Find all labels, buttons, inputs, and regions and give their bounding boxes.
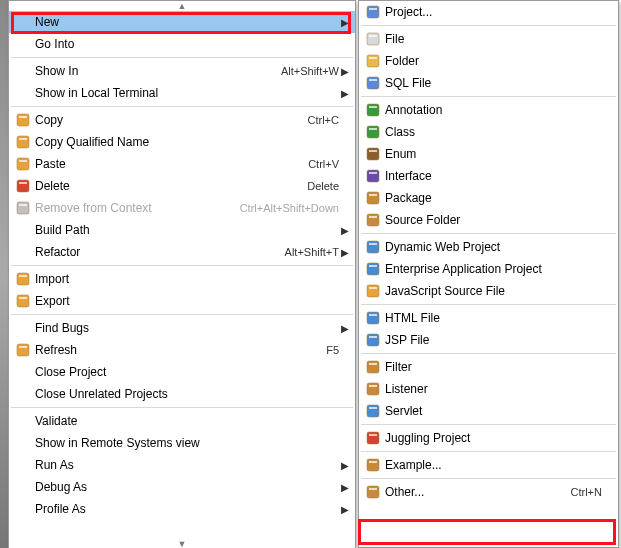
new-item-interface[interactable]: Interface	[359, 165, 618, 187]
new-item-package[interactable]: Package	[359, 187, 618, 209]
new-item-html-file[interactable]: HTML File	[359, 307, 618, 329]
context-item-build-path[interactable]: Build Path▶	[9, 219, 355, 241]
new-item-juggling-project[interactable]: Juggling Project	[359, 427, 618, 449]
svg-rect-40	[367, 285, 379, 297]
svg-rect-0	[17, 114, 29, 126]
context-item-run-as[interactable]: Run As▶	[9, 454, 355, 476]
svg-rect-11	[19, 275, 27, 277]
svg-rect-26	[367, 126, 379, 138]
menu-item-label: Folder	[385, 54, 602, 68]
svg-rect-14	[17, 344, 29, 356]
new-item-servlet[interactable]: Servlet	[359, 400, 618, 422]
menu-item-label: Run As	[35, 458, 339, 472]
context-item-close-unrelated-projects[interactable]: Close Unrelated Projects	[9, 383, 355, 405]
svg-rect-29	[369, 150, 377, 152]
menu-item-label: Refactor	[35, 245, 285, 259]
new-item-enterprise-application-project[interactable]: Enterprise Application Project	[359, 258, 618, 280]
new-item-listener[interactable]: Listener	[359, 378, 618, 400]
context-item-debug-as[interactable]: Debug As▶	[9, 476, 355, 498]
context-item-copy[interactable]: CopyCtrl+C	[9, 109, 355, 131]
new-item-file[interactable]: File	[359, 28, 618, 50]
separator	[11, 314, 353, 315]
svg-rect-47	[369, 363, 377, 365]
annotation-icon	[365, 102, 381, 118]
menu-item-accelerator: Ctrl+C	[308, 114, 339, 126]
context-item-refactor[interactable]: RefactorAlt+Shift+T▶	[9, 241, 355, 263]
svg-rect-34	[367, 214, 379, 226]
svg-rect-10	[17, 273, 29, 285]
html-icon	[365, 310, 381, 326]
context-item-find-bugs[interactable]: Find Bugs▶	[9, 317, 355, 339]
context-item-close-project[interactable]: Close Project	[9, 361, 355, 383]
new-item-source-folder[interactable]: Source Folder	[359, 209, 618, 231]
menu-item-label: Paste	[35, 157, 308, 171]
menu-item-label: Export	[35, 294, 339, 308]
menu-item-label: Filter	[385, 360, 602, 374]
menu-item-label: Find Bugs	[35, 321, 339, 335]
svg-rect-20	[367, 55, 379, 67]
new-item-sql-file[interactable]: SQL File	[359, 72, 618, 94]
context-item-validate[interactable]: Validate	[9, 410, 355, 432]
menu-item-label: Copy Qualified Name	[35, 135, 339, 149]
listener-icon	[365, 381, 381, 397]
new-item-filter[interactable]: Filter	[359, 356, 618, 378]
new-item-folder[interactable]: Folder	[359, 50, 618, 72]
svg-rect-8	[17, 202, 29, 214]
menu-item-accelerator: F5	[326, 344, 339, 356]
context-item-profile-as[interactable]: Profile As▶	[9, 498, 355, 520]
import-icon	[15, 271, 31, 287]
separator	[361, 353, 616, 354]
new-item-class[interactable]: Class	[359, 121, 618, 143]
context-item-show-in[interactable]: Show InAlt+Shift+W▶	[9, 60, 355, 82]
menu-item-label: Package	[385, 191, 602, 205]
separator	[11, 57, 353, 58]
menu-item-accelerator: Alt+Shift+T	[285, 246, 339, 258]
svg-rect-46	[367, 361, 379, 373]
context-item-refresh[interactable]: RefreshF5	[9, 339, 355, 361]
context-item-go-into[interactable]: Go Into	[9, 33, 355, 55]
submenu-arrow-icon: ▶	[339, 323, 349, 334]
context-item-show-in-remote-systems-view[interactable]: Show in Remote Systems view	[9, 432, 355, 454]
context-item-copy-qualified-name[interactable]: Copy Qualified Name	[9, 131, 355, 153]
context-item-export[interactable]: Export	[9, 290, 355, 312]
context-item-import[interactable]: Import	[9, 268, 355, 290]
js-icon	[365, 283, 381, 299]
menu-item-label: SQL File	[385, 76, 602, 90]
context-item-paste[interactable]: PasteCtrl+V	[9, 153, 355, 175]
svg-rect-13	[19, 297, 27, 299]
menu-item-accelerator: Alt+Shift+W	[281, 65, 339, 77]
svg-rect-12	[17, 295, 29, 307]
project-icon	[365, 4, 381, 20]
separator	[361, 478, 616, 479]
export-icon	[15, 293, 31, 309]
separator	[361, 451, 616, 452]
svg-rect-45	[369, 336, 377, 338]
context-item-show-in-local-terminal[interactable]: Show in Local Terminal▶	[9, 82, 355, 104]
new-item-annotation[interactable]: Annotation	[359, 99, 618, 121]
new-item-javascript-source-file[interactable]: JavaScript Source File	[359, 280, 618, 302]
separator	[11, 265, 353, 266]
submenu-arrow-icon: ▶	[339, 225, 349, 236]
new-item-example[interactable]: Example...	[359, 454, 618, 476]
scroll-up-hint: ▲	[9, 1, 355, 11]
separator	[11, 407, 353, 408]
submenu-arrow-icon: ▶	[339, 460, 349, 471]
new-item-other[interactable]: Other...Ctrl+N	[359, 481, 618, 503]
context-menu: ▲ New▶Go IntoShow InAlt+Shift+W▶Show in …	[8, 0, 356, 548]
menu-item-label: Build Path	[35, 223, 339, 237]
menu-item-label: Listener	[385, 382, 602, 396]
new-item-project[interactable]: Project...	[359, 1, 618, 23]
svg-rect-54	[367, 459, 379, 471]
svg-rect-36	[367, 241, 379, 253]
menu-item-label: Annotation	[385, 103, 602, 117]
new-item-enum[interactable]: Enum	[359, 143, 618, 165]
svg-rect-55	[369, 461, 377, 463]
new-item-jsp-file[interactable]: JSP File	[359, 329, 618, 351]
enum-icon	[365, 146, 381, 162]
context-item-new[interactable]: New▶	[9, 11, 355, 33]
menu-item-label: Example...	[385, 458, 602, 472]
context-item-delete[interactable]: DeleteDelete	[9, 175, 355, 197]
svg-rect-25	[369, 106, 377, 108]
new-item-dynamic-web-project[interactable]: Dynamic Web Project	[359, 236, 618, 258]
menu-item-label: Close Project	[35, 365, 339, 379]
